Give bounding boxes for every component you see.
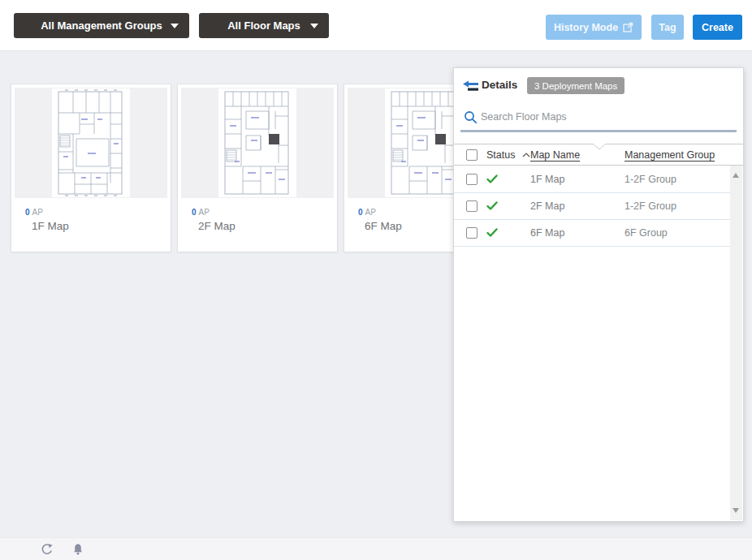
column-header-status: Status <box>486 149 515 161</box>
column-header-management-group[interactable]: Management Group <box>625 149 715 161</box>
tag-button[interactable]: Tag <box>651 15 684 40</box>
ap-count-unit: AP <box>199 208 210 217</box>
row-map-name: 2F Map <box>530 200 564 212</box>
panel-scrollbar[interactable] <box>730 166 742 520</box>
sort-ascending-icon[interactable] <box>522 153 530 157</box>
details-panel-header: Details 3 Deployment Maps <box>454 68 743 104</box>
search-floor-maps-input[interactable] <box>481 109 684 125</box>
ap-count-value: 0 <box>25 208 30 217</box>
row-management-group: 1-2F Group <box>625 200 676 212</box>
search-underline <box>460 130 737 132</box>
top-toolbar: All Management Groups All Floor Maps His… <box>0 0 752 51</box>
status-ok-icon <box>486 228 498 238</box>
footer-bar <box>0 537 752 560</box>
management-groups-dropdown[interactable]: All Management Groups <box>14 13 189 38</box>
tag-label: Tag <box>659 22 676 33</box>
deployment-maps-badge: 3 Deployment Maps <box>527 77 625 94</box>
bell-icon[interactable] <box>71 542 85 557</box>
floor-maps-dropdown-label: All Floor Maps <box>227 19 300 32</box>
status-ok-icon <box>486 174 498 184</box>
floor-maps-dropdown[interactable]: All Floor Maps <box>199 13 329 38</box>
history-mode-label: History Mode <box>554 22 618 33</box>
ap-count-line: 0AP <box>358 208 376 217</box>
select-all-checkbox[interactable] <box>466 149 478 161</box>
floor-map-name: 6F Map <box>365 220 402 232</box>
row-map-name: 6F Map <box>530 227 564 239</box>
refresh-icon[interactable] <box>40 542 54 557</box>
details-panel: Details 3 Deployment Maps Status Map Nam… <box>453 67 744 522</box>
floor-map-card-1f[interactable]: 0AP 1F Map <box>11 84 171 252</box>
floor-map-thumbnail <box>181 88 334 198</box>
floor-map-name: 1F Map <box>32 220 69 232</box>
row-map-name: 1F Map <box>530 174 564 185</box>
ap-count-line: 0AP <box>25 208 43 217</box>
chevron-down-icon <box>171 24 179 28</box>
floor-plan-image <box>52 88 130 197</box>
column-header-map-name[interactable]: Map Name <box>530 149 580 161</box>
panel-pointer-notch <box>593 144 606 150</box>
table-header-row: Status Map Name Management Group <box>454 144 743 166</box>
management-groups-dropdown-label: All Management Groups <box>41 19 162 32</box>
create-label: Create <box>702 22 733 33</box>
history-mode-button[interactable]: History Mode <box>546 15 642 40</box>
row-management-group: 6F Group <box>625 227 668 239</box>
floor-plan-image <box>385 88 463 197</box>
scroll-up-arrow-icon[interactable] <box>733 173 739 178</box>
ap-count-unit: AP <box>32 208 43 217</box>
external-link-icon <box>623 22 633 32</box>
chevron-down-icon <box>310 24 318 28</box>
scroll-down-arrow-icon[interactable] <box>733 508 739 513</box>
collapse-back-icon[interactable] <box>463 80 479 93</box>
table-row[interactable]: 2F Map 1-2F Group <box>454 193 733 220</box>
table-row[interactable]: 6F Map 6F Group <box>454 220 733 247</box>
ap-count-value: 0 <box>358 208 363 217</box>
ap-count-unit: AP <box>365 208 376 217</box>
floor-map-card-2f[interactable]: 0AP 2F Map <box>177 84 338 252</box>
row-checkbox[interactable] <box>466 200 478 212</box>
create-button[interactable]: Create <box>693 15 742 40</box>
floor-plan-image <box>218 88 296 197</box>
floor-maps-table: 1F Map 1-2F Group 2F Map 1-2F Group 6F M… <box>454 166 733 247</box>
row-management-group: 1-2F Group <box>625 174 676 185</box>
floor-map-thumbnail <box>15 88 167 198</box>
ap-count-value: 0 <box>192 208 197 217</box>
floor-map-name: 2F Map <box>198 220 236 232</box>
row-checkbox[interactable] <box>466 227 478 239</box>
search-icon <box>464 110 478 124</box>
details-title: Details <box>482 79 517 91</box>
table-row[interactable]: 1F Map 1-2F Group <box>454 166 733 193</box>
status-ok-icon <box>486 201 498 211</box>
ap-count-line: 0AP <box>192 208 210 217</box>
row-checkbox[interactable] <box>466 174 478 185</box>
